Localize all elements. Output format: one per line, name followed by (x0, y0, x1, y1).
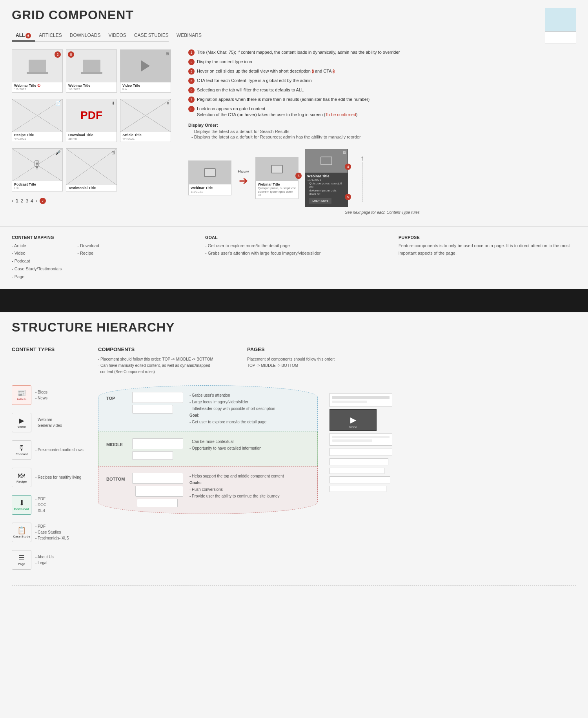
note-badge-1: 1 (188, 49, 195, 56)
card-row-2: 📄 Recipe Title 4/4/2021 PDF ⬇ Download T… (12, 99, 177, 142)
card-row-3: 🎙 🎤 Podcast Title link ⊞ Testimo (12, 148, 177, 191)
structure-hierarchy-section: STRUCTURE HIERARCHY CONTENT TYPES COMPON… (0, 312, 588, 601)
badge-5: 5 (345, 194, 351, 200)
bottom-zone-goals-label: Goals: (189, 481, 202, 485)
hover-card-3-btn[interactable]: Learn More (309, 198, 331, 204)
page-card-line-2 (332, 401, 367, 403)
card-webinar-1[interactable]: Webinar Title ① 1/1/2021 🔒 2 (12, 49, 63, 93)
download-icon-ct: ⬇ Download (12, 495, 31, 515)
card-webinar-2[interactable]: Webinar Title 1/1/2021 🔒 8 (66, 49, 117, 93)
card-badge-2: 2 (55, 51, 61, 58)
hover-card-1: Webinar Title 1/1/2021 (188, 160, 231, 195)
download-icon-symbol: ⬇ (19, 499, 25, 507)
recipe-doc-icon: 📄 (55, 101, 61, 106)
pages-desc: Placement of components should follow th… (247, 356, 576, 369)
card-video-footer: Video Title link (120, 82, 171, 92)
page-card-sm-5 (329, 486, 386, 492)
hover-card-1-wrap: Webinar Title 1/1/2021 (188, 160, 231, 195)
note-text-6: Selecting on the tab will filter the res… (197, 87, 576, 93)
hover-note-text: See next page for each Content-Type rule… (345, 210, 419, 215)
cm-item-page: - Page (12, 273, 62, 281)
components-header: COMPONENTS (98, 346, 247, 352)
bottom-zone-label: BOTTOM (106, 473, 126, 481)
page-video-label: Video (349, 425, 357, 429)
bottom-zone-card-3 (137, 499, 178, 507)
tab-webinars[interactable]: WEBINARS (173, 30, 206, 41)
ct-page-text: - About Us- Legal (35, 554, 54, 566)
tab-case-studies-label: CASE STUDIES (134, 33, 169, 38)
tab-videos[interactable]: VIDEOS (104, 30, 130, 41)
hover-card-2-wrap: Webinar Title Quisque purus, suscipit es… (255, 157, 299, 199)
bottom-zone-card-1 (132, 473, 183, 484)
hover-note: See next page for each Content-Type rule… (188, 210, 576, 215)
pages-header-col: PAGES Placement of components should fol… (247, 346, 576, 381)
ct-item-download: ⬇ Download - PDF- DOC- XLS (12, 495, 94, 515)
up-arrow: ↑ (360, 154, 364, 162)
pagination-4[interactable]: 4 (31, 198, 33, 204)
notes-list: 1 Title (Max Char: 75); If content mappe… (188, 49, 576, 118)
card-video[interactable]: Video Title link 🖥 (120, 49, 171, 93)
hover-card-2-footer: Webinar Title Quisque purus, suscipit es… (256, 181, 298, 199)
ct-casestudy-text: - PDF- Case Studies- Testimonials- XLS (35, 523, 69, 541)
recipe-placeholder (12, 99, 62, 132)
download-label: Download (14, 507, 29, 511)
tab-downloads[interactable]: DOWNLOADS (66, 30, 105, 41)
pagination-badge-7: 7 (40, 198, 46, 204)
note-badge-2: 2 (188, 59, 195, 65)
pagination-next[interactable]: › (36, 198, 37, 204)
top-zone-card-1 (132, 392, 183, 403)
ct-item-recipe: 🍽 Recipe - Recipes for healthy living (12, 468, 94, 487)
card-article-image: ≡ (120, 99, 171, 132)
monitor-small-icon (204, 168, 216, 177)
middle-zone-notes: - Can be more contextual - Opportunity t… (189, 438, 309, 452)
pagination-1[interactable]: 1 (16, 198, 18, 204)
card-article-date: 4/4/2021 (122, 137, 169, 140)
tab-all-badge: 6 (25, 33, 31, 38)
hover-card-2-title: Webinar Title (258, 182, 296, 186)
note-1: 1 Title (Max Char: 75); If content mappe… (188, 49, 576, 56)
card-video-sub: link (122, 87, 169, 91)
ct-item-article: 📰 Article - Blogs- News (12, 385, 94, 405)
card-webinar-2-title: Webinar Title (68, 84, 115, 87)
card-recipe[interactable]: 📄 Recipe Title 4/4/2021 (12, 99, 63, 142)
grid-component-section: GRID COMPONENT ALL6 ARTICLES DOWNLOADS V… (0, 0, 588, 226)
goal-title: GOAL (205, 235, 383, 240)
note-8-highlight: To be confirmed (326, 112, 356, 117)
diagram-area: 📰 Article - Blogs- News ▶ Video - Webina… (12, 385, 576, 578)
bottom-zone-notes: - Helps support the top and middle compo… (189, 473, 309, 499)
tab-all-label: ALL (16, 33, 25, 38)
dashed-line (362, 162, 362, 202)
pagination-prev[interactable]: ‹ (12, 198, 13, 204)
components-zone-area: TOP - Grabs user's attention - Large foc… (98, 385, 318, 578)
purpose-title: PURPOSE (399, 235, 576, 240)
recipe-label: Recipe (16, 480, 27, 483)
card-testimonial[interactable]: ⊞ Testimonial Title (66, 148, 117, 191)
card-download[interactable]: PDF ⬇ Download Title 3b mb (66, 99, 117, 142)
tab-articles-label: ARTICLES (39, 33, 62, 38)
card-download-image: PDF ⬇ (66, 99, 117, 132)
card-webinar-1-title: Webinar Title ① (14, 84, 60, 87)
pdf-icon: PDF (80, 109, 102, 122)
note-text-7: Pagination appears when there is more th… (197, 97, 576, 102)
middle-zone-cards (132, 438, 183, 460)
pagination-3[interactable]: 3 (25, 198, 28, 204)
card-webinar-2-date: 1/1/2021 (68, 87, 115, 91)
card-podcast[interactable]: 🎙 🎤 Podcast Title link (12, 148, 63, 191)
tab-all[interactable]: ALL6 (12, 30, 35, 41)
ct-item-podcast: 🎙 Podcast - Pre-recorded audio shows (12, 440, 94, 460)
tab-case-studies[interactable]: CASE STUDIES (130, 30, 173, 41)
hover-arrow-icon: ➔ (239, 175, 248, 186)
note-3: 3 Hover on cell slides up the detail vie… (188, 68, 576, 75)
hover-arrow-area: Hover ➔ (238, 169, 249, 186)
page-card-sm-3 (329, 468, 384, 474)
note-text-2: Display the content type icon (197, 59, 576, 65)
pagination-2[interactable]: 2 (21, 198, 24, 204)
tab-articles[interactable]: ARTICLES (35, 30, 66, 41)
purpose-col: PURPOSE Feature components is to only be… (399, 235, 576, 281)
purpose-text: Feature components is to only be used on… (399, 242, 576, 258)
laptop-icon (29, 60, 46, 72)
note-5: 5 CTA text for each Content-Type is a gl… (188, 78, 576, 84)
card-article[interactable]: ≡ Article Title 4/4/2021 (120, 99, 171, 142)
card-row-1: Webinar Title ① 1/1/2021 🔒 2 Webinar Tit… (12, 49, 177, 93)
monitor-small-icon-3 (320, 157, 332, 165)
